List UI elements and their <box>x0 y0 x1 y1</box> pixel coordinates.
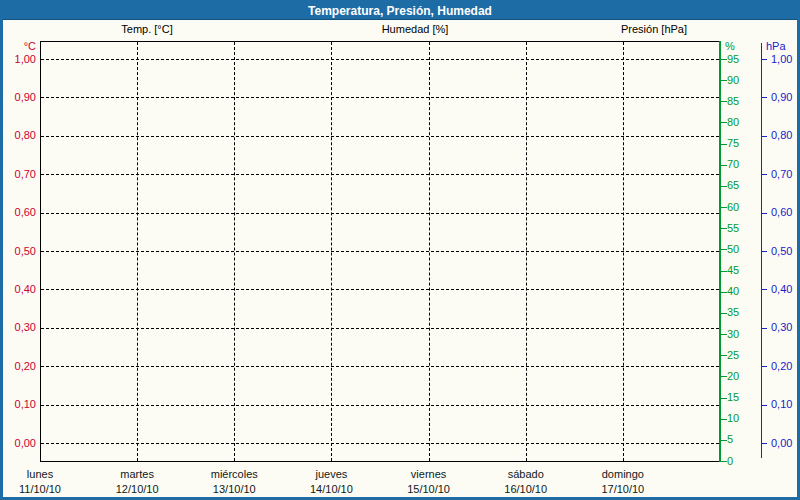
legend-pressure-label: Presión [hPa] <box>621 23 687 36</box>
humidity-axis-tick-label: 70 <box>727 158 739 171</box>
pressure-axis-tick <box>761 328 767 329</box>
humidity-axis-tick-label: 20 <box>727 370 739 383</box>
pressure-axis-unit: hPa <box>766 40 786 53</box>
legend-humidity-label: Humedad [%] <box>382 23 449 36</box>
v-gridline <box>234 42 235 461</box>
humidity-axis-tick-label: 40 <box>727 285 739 298</box>
temp-axis-tick-label: 0,20 <box>3 360 36 373</box>
pressure-axis-tick <box>761 289 767 290</box>
pressure-axis-tick-label: 0,00 <box>771 437 792 450</box>
pressure-axis-tick-label: 0,90 <box>771 91 792 104</box>
humidity-axis-tick-label: 10 <box>727 412 739 425</box>
h-gridline <box>41 97 719 98</box>
temp-axis-tick-label: 0,60 <box>3 206 36 219</box>
temp-axis-tick-label: 1,00 <box>3 53 36 66</box>
day-label: sábado <box>478 468 574 481</box>
temp-axis-tick-label: 0,00 <box>3 437 36 450</box>
v-gridline <box>331 42 332 461</box>
pressure-axis-tick <box>761 97 767 98</box>
humidity-axis-tick-label: 90 <box>727 74 739 87</box>
date-label: 15/10/10 <box>381 483 477 496</box>
pressure-axis-tick-label: 0,50 <box>771 245 792 258</box>
humidity-axis-tick-label: 60 <box>727 201 739 214</box>
humidity-axis-tick-label: 30 <box>727 328 739 341</box>
h-gridline <box>41 59 719 60</box>
plot-frame-bottom <box>40 461 721 462</box>
chart-window: Temperatura, Presión, Humedad Temp. [°C]… <box>0 0 800 500</box>
date-label: 11/10/10 <box>0 483 88 496</box>
day-label: martes <box>89 468 185 481</box>
temp-axis-tick-label: 0,10 <box>3 398 36 411</box>
pressure-axis-tick-label: 0,10 <box>771 398 792 411</box>
humidity-axis-unit: % <box>725 40 735 53</box>
temp-axis-tick-label: 0,70 <box>3 168 36 181</box>
pressure-axis-tick-label: 0,20 <box>771 360 792 373</box>
h-gridline <box>41 366 719 367</box>
date-label: 16/10/10 <box>478 483 574 496</box>
humidity-axis-tick-label: 45 <box>727 264 739 277</box>
day-label: lunes <box>0 468 88 481</box>
temp-axis-unit: °C <box>3 40 36 53</box>
pressure-axis-tick-label: 0,80 <box>771 129 792 142</box>
pressure-axis-tick <box>761 251 767 252</box>
humidity-axis-tick-label: 55 <box>727 222 739 235</box>
humidity-axis-tick-label: 95 <box>727 53 739 66</box>
h-gridline <box>41 443 719 444</box>
date-label: 14/10/10 <box>283 483 379 496</box>
v-gridline <box>526 42 527 461</box>
pressure-axis-tick <box>761 405 767 406</box>
pressure-axis-tick <box>761 366 767 367</box>
v-gridline <box>623 42 624 461</box>
day-label: miércoles <box>186 468 282 481</box>
pressure-axis-tick <box>761 213 767 214</box>
h-gridline <box>41 328 719 329</box>
date-label: 12/10/10 <box>89 483 185 496</box>
pressure-axis-tick-label: 0,70 <box>771 168 792 181</box>
day-label: viernes <box>381 468 477 481</box>
humidity-axis-tick-label: 75 <box>727 137 739 150</box>
date-label: 17/10/10 <box>575 483 671 496</box>
humidity-axis-tick-label: 35 <box>727 306 739 319</box>
humidity-axis-tick-label: 85 <box>727 95 739 108</box>
pressure-axis-tick <box>761 59 767 60</box>
temp-axis-tick-label: 0,30 <box>3 321 36 334</box>
pressure-axis-tick-label: 0,30 <box>771 321 792 334</box>
humidity-axis-line <box>719 41 721 462</box>
v-gridline <box>429 42 430 461</box>
pressure-axis-tick-label: 1,00 <box>771 53 792 66</box>
humidity-axis-tick-label: 0 <box>727 455 733 468</box>
humidity-axis-tick-label: 65 <box>727 179 739 192</box>
h-gridline <box>41 174 719 175</box>
h-gridline <box>41 289 719 290</box>
h-gridline <box>41 405 719 406</box>
humidity-axis-tick-label: 15 <box>727 391 739 404</box>
window-title: Temperatura, Presión, Humedad <box>308 4 492 18</box>
h-gridline <box>41 136 719 137</box>
titlebar: Temperatura, Presión, Humedad <box>3 3 797 20</box>
humidity-axis-tick-label: 80 <box>727 116 739 129</box>
chart-plot-area <box>40 41 720 461</box>
h-gridline <box>41 213 719 214</box>
date-label: 13/10/10 <box>186 483 282 496</box>
humidity-axis-tick-label: 50 <box>727 243 739 256</box>
plot-frame-top <box>40 41 720 42</box>
pressure-axis-tick <box>761 174 767 175</box>
pressure-axis-tick <box>761 443 767 444</box>
temp-axis-tick-label: 0,90 <box>3 91 36 104</box>
pressure-axis-tick-label: 0,60 <box>771 206 792 219</box>
legend-temp-label: Temp. [°C] <box>121 23 172 36</box>
day-label: domingo <box>575 468 671 481</box>
pressure-axis-tick-label: 0,40 <box>771 283 792 296</box>
pressure-axis-tick <box>761 136 767 137</box>
humidity-axis-tick-label: 25 <box>727 349 739 362</box>
v-gridline <box>137 42 138 461</box>
h-gridline <box>41 251 719 252</box>
temp-axis-tick-label: 0,40 <box>3 283 36 296</box>
temp-axis-tick-label: 0,50 <box>3 245 36 258</box>
humidity-axis-tick-label: 5 <box>727 433 733 446</box>
day-label: jueves <box>283 468 379 481</box>
temp-axis-tick-label: 0,80 <box>3 129 36 142</box>
